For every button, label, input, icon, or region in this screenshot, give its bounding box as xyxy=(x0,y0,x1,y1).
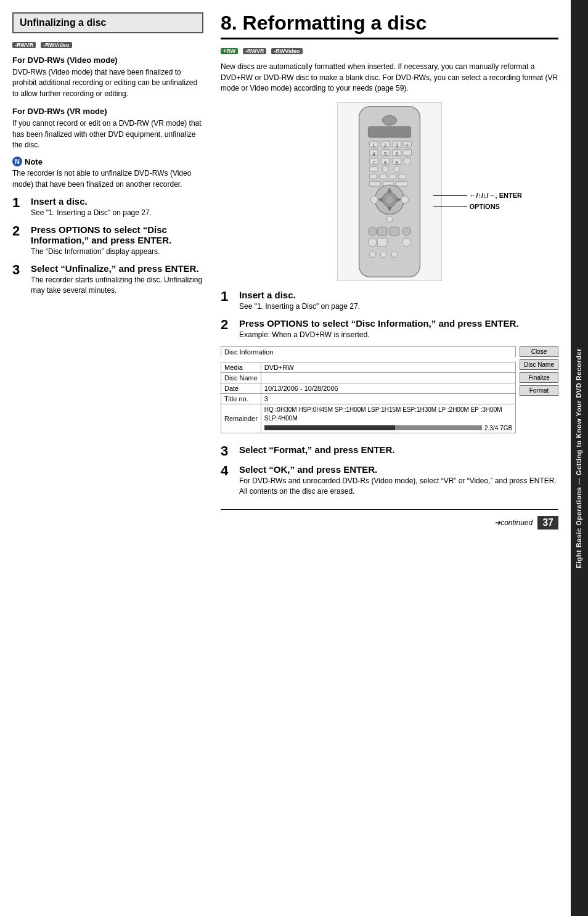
close-button[interactable]: Close xyxy=(520,346,558,357)
disc-info-title: Disc Information xyxy=(221,346,516,357)
step-content-2: Press OPTIONS to select “Disc Informatio… xyxy=(31,224,203,257)
svg-rect-2 xyxy=(368,127,410,138)
svg-text:2: 2 xyxy=(384,143,386,147)
sub2-body: If you cannot record or edit on a DVD-RW… xyxy=(12,118,203,150)
right-step-num-4: 4 xyxy=(221,464,234,478)
right-step-content-2: Press OPTIONS to select “Disc Informatio… xyxy=(239,318,558,340)
svg-text:7: 7 xyxy=(372,160,375,165)
sub2-heading: For DVD-RWs (VR mode) xyxy=(12,107,203,116)
table-row-discname: Disc Name xyxy=(221,372,516,383)
svg-point-24 xyxy=(404,158,411,165)
right-intro: New discs are automatically formatted wh… xyxy=(221,62,558,94)
finalize-button[interactable]: Finalize xyxy=(520,372,558,383)
badge-rwvr2: -RWVR xyxy=(243,48,266,54)
note-box: N Note The recorder is not able to unfin… xyxy=(12,157,203,190)
progress-bar-area: 2.3/4.7GB xyxy=(264,425,512,431)
badge-rw-plus: +RW xyxy=(221,48,238,54)
svg-rect-17 xyxy=(403,150,412,156)
right-step-title-1: Insert a disc. xyxy=(239,290,558,300)
value-date: 10/13/2006 - 10/28/2006 xyxy=(261,383,515,393)
step-num-1: 1 xyxy=(12,196,26,210)
badge-rwvideo: -RWVideo xyxy=(41,42,71,48)
svg-rect-46 xyxy=(377,227,387,236)
right-step-title-4: Select “OK,” and press ENTER. xyxy=(239,464,558,475)
right-step-body-2: Example: When a DVD+RW is inserted. xyxy=(239,330,558,340)
sidebar-tab-text: Eight Basic Operations — Getting to Know… xyxy=(575,348,583,568)
left-badge-row: -RWVR -RWVideo xyxy=(12,42,203,48)
svg-text:8: 8 xyxy=(384,160,386,165)
format-button[interactable]: Format xyxy=(520,385,558,396)
callout-line-enter xyxy=(433,195,467,196)
svg-point-49 xyxy=(368,238,377,247)
note-title: Note xyxy=(25,157,43,166)
chapter-title: 8. Reformatting a disc xyxy=(221,12,558,39)
svg-point-1 xyxy=(382,116,397,126)
step-body-3: The recorder starts unfinalizing the dis… xyxy=(31,275,203,296)
step-body-1: See "1. Inserting a Disc" on page 27. xyxy=(31,208,203,218)
svg-point-54 xyxy=(391,251,398,258)
value-remainder: HQ :0H30M HSP:0H45M SP :1H00M LSP:1H15M … xyxy=(261,404,515,433)
step-title-1: Insert a disc. xyxy=(31,196,203,207)
callout-line-options xyxy=(433,207,467,207)
disc-info-table: Media DVD+RW Disc Name Date 10/13/2006 -… xyxy=(221,362,516,433)
svg-point-44 xyxy=(386,216,393,223)
callout-options-label: OPTIONS xyxy=(469,203,500,210)
value-titleno: 3 xyxy=(261,393,515,404)
table-row-media: Media DVD+RW xyxy=(221,362,516,372)
bottom-bar: ➜continued 37 xyxy=(221,509,558,532)
progress-label: 2.3/4.7GB xyxy=(484,425,512,431)
right-step-1: 1 Insert a disc. See "1. Inserting a Dis… xyxy=(221,290,558,312)
svg-rect-34 xyxy=(396,182,407,187)
label-discname: Disc Name xyxy=(221,372,261,383)
right-step-body-4: For DVD-RWs and unrecorded DVD-Rs (Video… xyxy=(239,476,558,497)
right-step-body-1: See "1. Inserting a Disc" on page 27. xyxy=(239,301,558,312)
remote-svg: 1 2 3 +/- 4 5 xyxy=(337,102,442,281)
chapter-name: Reformatting a disc xyxy=(243,12,427,34)
svg-point-26 xyxy=(382,166,388,173)
svg-point-45 xyxy=(368,227,377,236)
chapter-num: 8. xyxy=(221,12,237,34)
step-title-2: Press OPTIONS to select “Disc Informatio… xyxy=(31,224,203,245)
right-step-content-3: Select “Format,” and press ENTER. xyxy=(239,444,558,456)
page-number: 37 xyxy=(537,516,558,530)
remote-container: 1 2 3 +/- 4 5 xyxy=(221,102,558,281)
value-media: DVD+RW xyxy=(261,362,515,372)
right-step-num-1: 1 xyxy=(221,290,234,303)
right-step-num-2: 2 xyxy=(221,318,234,332)
sub1-body: DVD-RWs (Video mode) that have been fina… xyxy=(12,67,203,99)
svg-rect-30 xyxy=(389,174,396,179)
callout-enter-row: ←/↑/↓/→, ENTER xyxy=(433,192,522,199)
label-remainder: Remainder xyxy=(221,404,261,433)
left-step-1: 1 Insert a disc. See "1. Inserting a Dis… xyxy=(12,196,203,218)
svg-point-48 xyxy=(402,227,411,236)
sub1-heading: For DVD-RWs (Video mode) xyxy=(12,55,203,65)
right-step-2: 2 Press OPTIONS to select “Disc Informat… xyxy=(221,318,558,340)
right-badge-row: +RW -RWVR -RWVideo xyxy=(221,48,558,54)
label-date: Date xyxy=(221,383,261,393)
svg-text:+/-: +/- xyxy=(405,143,410,147)
page-container: Unfinalizing a disc -RWVR -RWVideo For D… xyxy=(0,0,588,916)
remainder-text: HQ :0H30M HSP:0H45M SP :1H00M LSP:1H15M … xyxy=(264,406,512,423)
disc-info-wrapper: Disc Information Media DVD+RW Disc Name xyxy=(221,346,558,438)
svg-rect-32 xyxy=(369,182,380,187)
svg-point-51 xyxy=(402,238,411,247)
section-title-box: Unfinalizing a disc xyxy=(12,12,203,33)
disc-name-button[interactable]: Disc Name xyxy=(520,359,558,370)
right-step-content-1: Insert a disc. See "1. Inserting a Disc"… xyxy=(239,290,558,312)
svg-rect-31 xyxy=(399,174,406,179)
svg-point-41 xyxy=(385,195,394,204)
disc-info-buttons: Close Disc Name Finalize Format xyxy=(520,346,558,438)
step-num-3: 3 xyxy=(12,263,26,277)
callout-options-row: OPTIONS xyxy=(433,203,522,210)
left-step-3: 3 Select “Unfinalize,” and press ENTER. … xyxy=(12,263,203,296)
note-icon: N xyxy=(12,157,22,166)
svg-point-53 xyxy=(380,251,386,258)
right-step-4: 4 Select “OK,” and press ENTER. For DVD-… xyxy=(221,464,558,497)
svg-text:4: 4 xyxy=(372,152,375,156)
right-step-num-3: 3 xyxy=(221,444,234,458)
svg-point-42 xyxy=(370,196,378,203)
value-discname xyxy=(261,372,515,383)
right-step-title-2: Press OPTIONS to select “Disc Informatio… xyxy=(239,318,558,329)
svg-rect-28 xyxy=(369,174,377,179)
svg-text:1: 1 xyxy=(372,143,375,147)
